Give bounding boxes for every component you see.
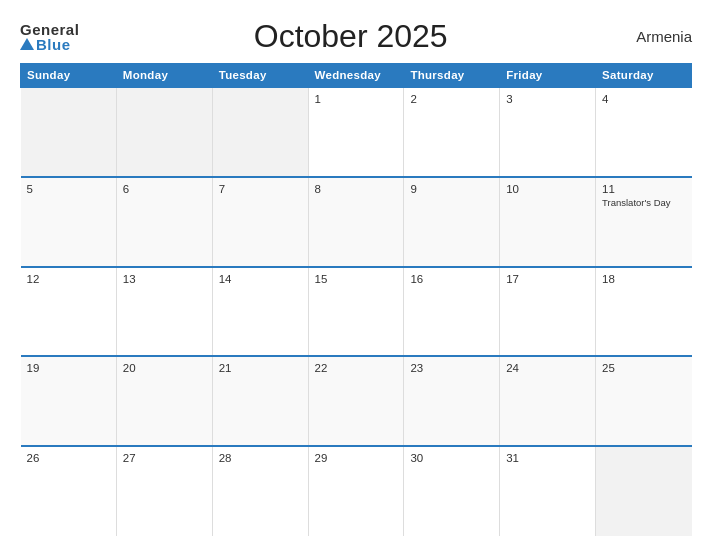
- calendar-cell: 6: [116, 177, 212, 267]
- calendar-cell: 20: [116, 356, 212, 446]
- calendar-cell: 1: [308, 87, 404, 177]
- calendar-title: October 2025: [79, 18, 622, 55]
- calendar-cell: 17: [500, 267, 596, 357]
- cell-day-number: 29: [315, 452, 398, 464]
- calendar-cell: 30: [404, 446, 500, 536]
- logo-blue-text: Blue: [20, 37, 71, 52]
- calendar-cell: [21, 87, 117, 177]
- cell-day-number: 10: [506, 183, 589, 195]
- calendar-week-row: 19202122232425: [21, 356, 692, 446]
- col-header-monday: Monday: [116, 64, 212, 88]
- calendar-cell: [212, 87, 308, 177]
- cell-day-number: 12: [27, 273, 110, 285]
- cell-day-number: 16: [410, 273, 493, 285]
- cell-day-number: 4: [602, 93, 685, 105]
- col-header-friday: Friday: [500, 64, 596, 88]
- cell-day-number: 15: [315, 273, 398, 285]
- calendar-cell: 15: [308, 267, 404, 357]
- cell-day-number: 17: [506, 273, 589, 285]
- cell-day-number: 26: [27, 452, 110, 464]
- calendar-cell: 18: [596, 267, 692, 357]
- logo-general-text: General: [20, 22, 79, 37]
- calendar-header-row: SundayMondayTuesdayWednesdayThursdayFrid…: [21, 64, 692, 88]
- calendar-cell: 12: [21, 267, 117, 357]
- calendar-cell: 4: [596, 87, 692, 177]
- calendar-cell: 3: [500, 87, 596, 177]
- cell-day-number: 31: [506, 452, 589, 464]
- calendar-cell: [116, 87, 212, 177]
- cell-day-number: 5: [27, 183, 110, 195]
- calendar-cell: 2: [404, 87, 500, 177]
- calendar-cell: 8: [308, 177, 404, 267]
- calendar-table: SundayMondayTuesdayWednesdayThursdayFrid…: [20, 63, 692, 536]
- calendar-cell: 24: [500, 356, 596, 446]
- cell-day-number: 13: [123, 273, 206, 285]
- cell-day-number: 11: [602, 183, 685, 195]
- calendar-cell: 14: [212, 267, 308, 357]
- col-header-wednesday: Wednesday: [308, 64, 404, 88]
- col-header-sunday: Sunday: [21, 64, 117, 88]
- cell-day-number: 18: [602, 273, 685, 285]
- calendar-cell: 9: [404, 177, 500, 267]
- cell-day-number: 2: [410, 93, 493, 105]
- cell-day-number: 28: [219, 452, 302, 464]
- calendar-cell: 19: [21, 356, 117, 446]
- calendar-cell: 31: [500, 446, 596, 536]
- header: General Blue October 2025 Armenia: [20, 18, 692, 55]
- cell-day-number: 25: [602, 362, 685, 374]
- cell-day-number: 8: [315, 183, 398, 195]
- cell-day-number: 20: [123, 362, 206, 374]
- calendar-cell: 26: [21, 446, 117, 536]
- cell-day-number: 30: [410, 452, 493, 464]
- cell-day-number: 21: [219, 362, 302, 374]
- calendar-week-row: 12131415161718: [21, 267, 692, 357]
- calendar-cell: 27: [116, 446, 212, 536]
- cell-day-number: 9: [410, 183, 493, 195]
- calendar-cell: 16: [404, 267, 500, 357]
- logo: General Blue: [20, 22, 79, 52]
- calendar-cell: 10: [500, 177, 596, 267]
- col-header-tuesday: Tuesday: [212, 64, 308, 88]
- calendar-cell: 29: [308, 446, 404, 536]
- cell-day-number: 14: [219, 273, 302, 285]
- calendar-cell: 22: [308, 356, 404, 446]
- cell-day-number: 23: [410, 362, 493, 374]
- calendar-week-row: 1234: [21, 87, 692, 177]
- cell-day-number: 24: [506, 362, 589, 374]
- cell-day-number: 1: [315, 93, 398, 105]
- calendar-cell: 21: [212, 356, 308, 446]
- cell-day-number: 19: [27, 362, 110, 374]
- country-name: Armenia: [622, 28, 692, 45]
- cell-day-number: 3: [506, 93, 589, 105]
- calendar-cell: 11Translator's Day: [596, 177, 692, 267]
- calendar-cell: 7: [212, 177, 308, 267]
- calendar-week-row: 567891011Translator's Day: [21, 177, 692, 267]
- calendar-week-row: 262728293031: [21, 446, 692, 536]
- calendar-cell: [596, 446, 692, 536]
- calendar-cell: 25: [596, 356, 692, 446]
- calendar-cell: 13: [116, 267, 212, 357]
- calendar-cell: 23: [404, 356, 500, 446]
- col-header-saturday: Saturday: [596, 64, 692, 88]
- cell-day-number: 22: [315, 362, 398, 374]
- calendar-page: General Blue October 2025 Armenia Sunday…: [0, 0, 712, 550]
- calendar-cell: 28: [212, 446, 308, 536]
- cell-event-label: Translator's Day: [602, 197, 685, 209]
- calendar-cell: 5: [21, 177, 117, 267]
- logo-triangle-icon: [20, 38, 34, 50]
- cell-day-number: 7: [219, 183, 302, 195]
- col-header-thursday: Thursday: [404, 64, 500, 88]
- cell-day-number: 27: [123, 452, 206, 464]
- cell-day-number: 6: [123, 183, 206, 195]
